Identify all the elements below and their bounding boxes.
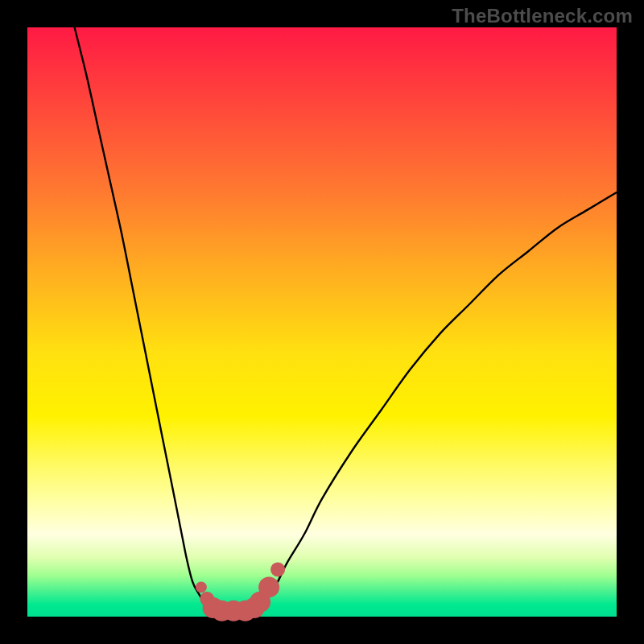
watermark-text: TheBottleneck.com — [452, 5, 633, 27]
valley-dot — [270, 562, 285, 576]
valley-dot — [258, 576, 279, 597]
chart-frame: TheBottleneck.com — [0, 0, 644, 644]
curve-layer — [27, 27, 617, 617]
plot-area — [27, 27, 617, 617]
valley-dot — [196, 581, 207, 592]
bottleneck-curve — [75, 27, 617, 611]
